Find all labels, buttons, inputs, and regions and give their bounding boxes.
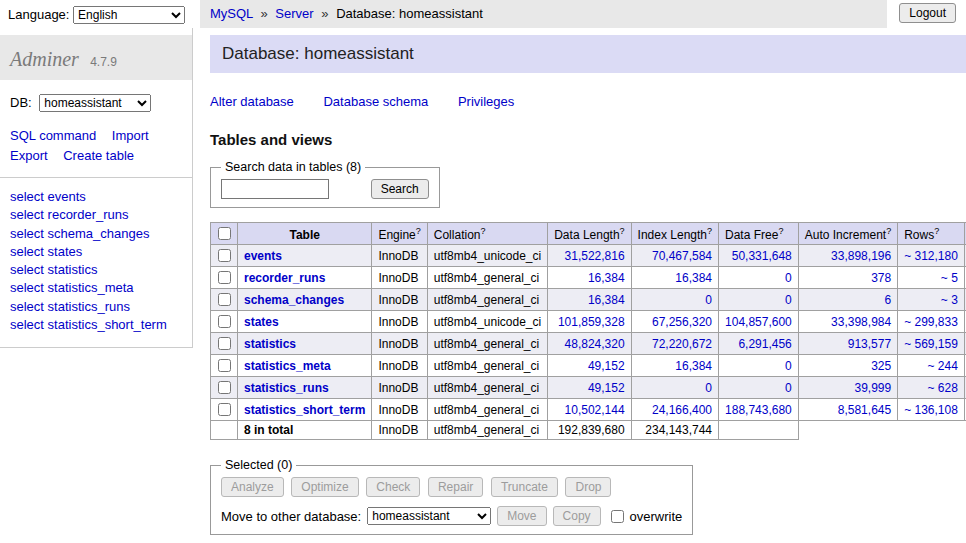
collation-cell: utf8mb4_general_ci: [427, 355, 547, 377]
privileges-link[interactable]: Privileges: [458, 94, 514, 109]
engine-cell: InnoDB: [372, 355, 427, 377]
overwrite-checkbox[interactable]: [611, 510, 624, 523]
alter-database-link[interactable]: Alter database: [210, 94, 294, 109]
sql-command-link[interactable]: SQL command: [10, 128, 96, 143]
breadcrumb-link-mysql[interactable]: MySQL: [210, 6, 253, 21]
row-checkbox[interactable]: [218, 381, 231, 394]
sidebar-table-link[interactable]: select states: [10, 244, 182, 260]
rows-count-link[interactable]: ~ 244: [928, 359, 958, 373]
sidebar-table-link[interactable]: select statistics: [10, 262, 182, 278]
row-checkbox[interactable]: [218, 337, 231, 350]
logout-button[interactable]: Logout: [899, 3, 956, 23]
sidebar-menu: SQL command Import Export Create table: [0, 112, 192, 178]
auto-increment-link[interactable]: 378: [871, 271, 891, 285]
select-all-checkbox[interactable]: [218, 227, 231, 240]
index-length-link[interactable]: 16,384: [675, 271, 712, 285]
auto-increment-link[interactable]: 6: [884, 293, 891, 307]
rows-count-link[interactable]: ~ 312,180: [904, 249, 958, 263]
sidebar-table-link[interactable]: select statistics_meta: [10, 280, 182, 296]
data-free-link[interactable]: 0: [785, 271, 792, 285]
table-name-link[interactable]: statistics: [244, 337, 296, 351]
sidebar-table-link[interactable]: select statistics_short_term: [10, 317, 182, 333]
data-length-link[interactable]: 101,859,328: [558, 315, 625, 329]
data-free-link[interactable]: 0: [785, 359, 792, 373]
database-schema-link[interactable]: Database schema: [323, 94, 428, 109]
move-button[interactable]: Move: [497, 506, 546, 526]
data-free-link[interactable]: 0: [785, 293, 792, 307]
data-length-link[interactable]: 16,384: [588, 293, 625, 307]
data-length-link[interactable]: 31,522,816: [565, 249, 625, 263]
bulk-action-button[interactable]: Truncate: [491, 477, 558, 497]
table-name-link[interactable]: statistics_meta: [244, 359, 331, 373]
row-checkbox[interactable]: [218, 359, 231, 372]
search-button[interactable]: Search: [371, 179, 429, 199]
table-name-link[interactable]: statistics_short_term: [244, 403, 365, 417]
bulk-action-button[interactable]: Repair: [428, 477, 483, 497]
data-length-link[interactable]: 48,824,320: [565, 337, 625, 351]
data-free-link[interactable]: 6,291,456: [738, 337, 791, 351]
engine-cell: InnoDB: [372, 311, 427, 333]
auto-increment-link[interactable]: 39,999: [854, 381, 891, 395]
index-length-link[interactable]: 16,384: [675, 359, 712, 373]
engine-cell: InnoDB: [372, 399, 427, 421]
language-select[interactable]: English: [73, 6, 185, 24]
auto-increment-link[interactable]: 33,898,196: [831, 249, 891, 263]
language-label: Language:: [8, 7, 69, 22]
move-db-select[interactable]: homeassistant: [367, 507, 491, 525]
column-header: Table: [238, 223, 372, 245]
search-input[interactable]: [221, 179, 329, 199]
index-length-link[interactable]: 70,467,584: [652, 249, 712, 263]
table-name-link[interactable]: statistics_runs: [244, 381, 329, 395]
index-length-link[interactable]: 72,220,672: [652, 337, 712, 351]
breadcrumb-link-server[interactable]: Server: [275, 6, 313, 21]
database-action-links: Alter database Database schema Privilege…: [210, 94, 966, 109]
table-name-link[interactable]: states: [244, 315, 279, 329]
row-checkbox[interactable]: [218, 271, 231, 284]
sidebar-table-link[interactable]: select schema_changes: [10, 226, 182, 242]
auto-increment-link[interactable]: 8,581,645: [838, 403, 891, 417]
rows-count-link[interactable]: ~ 5: [941, 271, 958, 285]
data-free-link[interactable]: 104,857,600: [725, 315, 792, 329]
data-length-link[interactable]: 49,152: [588, 359, 625, 373]
create-table-sidebar-link[interactable]: Create table: [63, 148, 134, 163]
data-length-link[interactable]: 16,384: [588, 271, 625, 285]
auto-increment-link[interactable]: 325: [871, 359, 891, 373]
table-name-link[interactable]: recorder_runs: [244, 271, 325, 285]
index-length-link[interactable]: 0: [705, 381, 712, 395]
collation-cell: utf8mb4_general_ci: [427, 267, 547, 289]
rows-count-link[interactable]: ~ 628: [928, 381, 958, 395]
import-link[interactable]: Import: [112, 128, 149, 143]
index-length-link[interactable]: 0: [705, 293, 712, 307]
rows-count-link[interactable]: ~ 569,159: [904, 337, 958, 351]
rows-count-link[interactable]: ~ 299,833: [904, 315, 958, 329]
row-checkbox[interactable]: [218, 315, 231, 328]
export-link[interactable]: Export: [10, 148, 48, 163]
data-free-link[interactable]: 50,331,648: [732, 249, 792, 263]
data-length-link[interactable]: 49,152: [588, 381, 625, 395]
table-name-link[interactable]: events: [244, 249, 282, 263]
row-checkbox[interactable]: [218, 293, 231, 306]
data-length-link[interactable]: 10,502,144: [565, 403, 625, 417]
adminer-brand[interactable]: Adminer: [10, 48, 79, 70]
bulk-action-button[interactable]: Drop: [565, 477, 611, 497]
engine-cell: InnoDB: [372, 267, 427, 289]
bulk-action-button[interactable]: Optimize: [291, 477, 358, 497]
auto-increment-link[interactable]: 913,577: [848, 337, 891, 351]
bulk-action-button[interactable]: Check: [366, 477, 420, 497]
sidebar-table-link[interactable]: select events: [10, 189, 182, 205]
data-free-link[interactable]: 0: [785, 381, 792, 395]
sidebar-table-link[interactable]: select statistics_runs: [10, 299, 182, 315]
row-checkbox[interactable]: [218, 403, 231, 416]
index-length-link[interactable]: 24,166,400: [652, 403, 712, 417]
data-free-link[interactable]: 188,743,680: [725, 403, 792, 417]
rows-count-link[interactable]: ~ 136,108: [904, 403, 958, 417]
index-length-link[interactable]: 67,256,320: [652, 315, 712, 329]
auto-increment-link[interactable]: 33,398,984: [831, 315, 891, 329]
row-checkbox[interactable]: [218, 249, 231, 262]
sidebar-table-link[interactable]: select recorder_runs: [10, 207, 182, 223]
bulk-action-button[interactable]: Analyze: [221, 477, 284, 497]
table-name-link[interactable]: schema_changes: [244, 293, 344, 307]
db-select[interactable]: homeassistant: [39, 94, 151, 112]
copy-button[interactable]: Copy: [553, 506, 601, 526]
rows-count-link[interactable]: ~ 3: [941, 293, 958, 307]
